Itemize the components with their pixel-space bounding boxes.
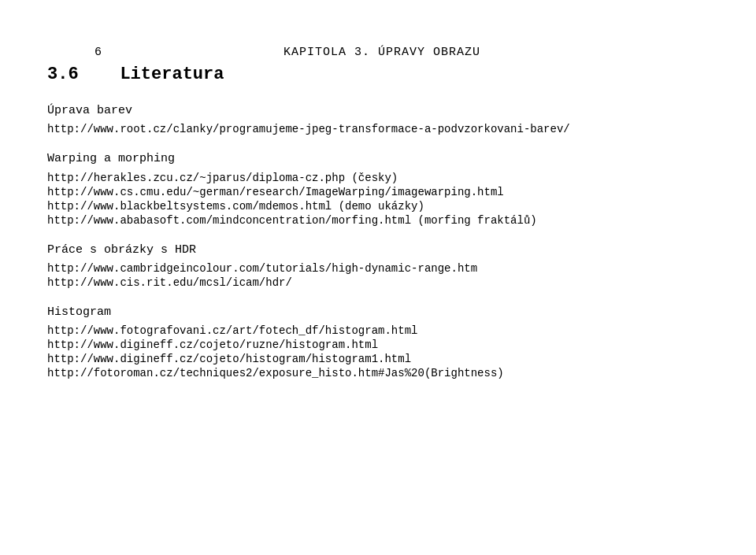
url-item: http://herakles.zcu.cz/~jparus/diploma-c… <box>47 172 717 184</box>
section-number: 3.6 <box>47 65 79 84</box>
block-prace-hdr: Práce s obrázky s HDRhttp://www.cambridg… <box>47 241 717 289</box>
section-heading: 3.6 Literatura <box>47 65 717 84</box>
block-label-histogram: Histogram <box>47 303 717 321</box>
url-item: http://www.ababasoft.com/mindconcentrati… <box>47 214 717 227</box>
url-item: http://www.digineff.cz/cojeto/histogram/… <box>47 353 717 365</box>
url-item: http://www.fotografovani.cz/art/fotech_d… <box>47 324 717 337</box>
url-item: http://fotoroman.cz/techniques2/exposure… <box>47 367 717 379</box>
url-item: http://www.cambridgeincolour.com/tutoria… <box>47 262 717 275</box>
url-item: http://www.digineff.cz/cojeto/ruzne/hist… <box>47 339 717 351</box>
url-item: http://www.blackbeltsystems.com/mdemos.h… <box>47 200 717 213</box>
content-area: Úprava barevhttp://www.root.cz/clanky/pr… <box>47 102 717 379</box>
block-label-prace-hdr: Práce s obrázky s HDR <box>47 241 717 259</box>
url-item: http://www.cs.cmu.edu/~german/research/I… <box>47 186 717 198</box>
block-label-uprava-barev: Úprava barev <box>47 102 717 120</box>
block-histogram: Histogramhttp://www.fotografovani.cz/art… <box>47 303 717 379</box>
block-label-warping-morphing: Warping a morphing <box>47 150 717 168</box>
section-title: Literatura <box>120 65 224 84</box>
url-item: http://www.root.cz/clanky/programujeme-j… <box>47 123 717 135</box>
block-uprava-barev: Úprava barevhttp://www.root.cz/clanky/pr… <box>47 102 717 135</box>
block-warping-morphing: Warping a morphinghttp://herakles.zcu.cz… <box>47 150 717 226</box>
page-header: 6 Kapitola 3. Úpravy obrazu <box>47 24 717 43</box>
chapter-title: Kapitola 3. Úpravy obrazu <box>47 46 717 59</box>
url-item: http://www.cis.rit.edu/mcsl/icam/hdr/ <box>47 276 717 289</box>
